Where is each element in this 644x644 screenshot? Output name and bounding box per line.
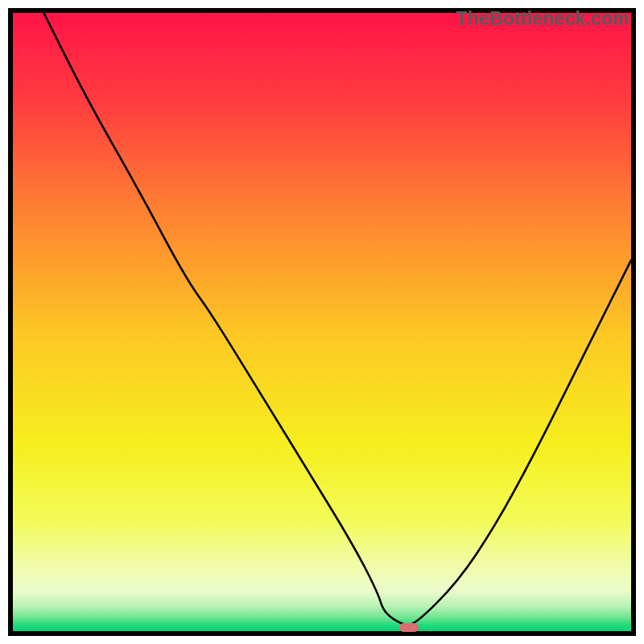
watermark-text: TheBottleneck.com	[456, 8, 630, 30]
chart-container: TheBottleneck.com	[0, 0, 644, 644]
plot-area: TheBottleneck.com	[8, 8, 636, 636]
bottleneck-curve	[13, 13, 631, 631]
minimum-marker	[399, 623, 419, 632]
